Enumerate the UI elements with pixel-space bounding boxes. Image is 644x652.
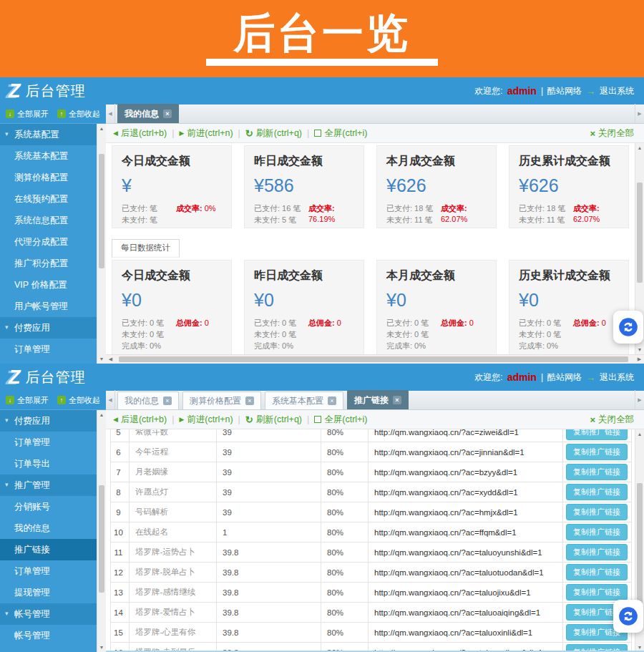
sidebar-item[interactable]: ▾ 订单管理: [0, 432, 97, 453]
scroll-down-icon[interactable]: ▼: [97, 356, 106, 361]
forward-button[interactable]: ▶ 前进(ctrl+n): [179, 414, 233, 426]
sidebar-item[interactable]: ▾ 提现管理: [0, 582, 97, 603]
site-name-link[interactable]: 酷站网络: [547, 85, 582, 97]
back-button[interactable]: ◀ 后退(ctrl+b): [113, 414, 167, 426]
copy-link-button[interactable]: 复制推广链接: [566, 564, 628, 580]
refresh-button[interactable]: ↻ 刷新(ctrl+q): [245, 414, 302, 426]
scroll-up-icon[interactable]: ▲: [635, 145, 644, 150]
expand-all-button[interactable]: ↓ 全部展开: [6, 395, 49, 406]
tab-close-icon[interactable]: ×: [328, 396, 336, 405]
sidebar-scrollbar[interactable]: ▲ ▼: [97, 410, 106, 652]
tab[interactable]: 推广链接 ×: [347, 390, 409, 409]
copy-link-button[interactable]: 复制推广链接: [566, 544, 628, 560]
sidebar-item[interactable]: ▾ 订单导出: [0, 453, 97, 475]
scroll-down-icon[interactable]: ▼: [635, 645, 644, 650]
separator: |: [172, 128, 174, 138]
scroll-up-icon[interactable]: ▲: [635, 432, 644, 437]
contact-float-button[interactable]: [613, 311, 643, 344]
sidebar-item[interactable]: ▾ 帐号管理: [0, 603, 97, 625]
sidebar-item[interactable]: ▾ 订单管理: [0, 339, 97, 360]
logout-button[interactable]: 退出系统: [600, 85, 634, 97]
scrollbar-thumb[interactable]: [119, 356, 628, 362]
close-all-button[interactable]: × 关闭全部: [590, 414, 634, 426]
copy-link-button[interactable]: 复制推广链接: [566, 464, 628, 480]
sidebar-item[interactable]: ▾ 付费应用: [0, 410, 97, 432]
tab-close-icon[interactable]: ×: [163, 396, 172, 405]
sidebar-item[interactable]: ▾ 帐号管理: [0, 625, 97, 646]
promo-url: http://qm.wangxiaoq.cn/?ac=hmjx&dl=1: [369, 502, 563, 522]
highlight-label: 总佣金:: [573, 318, 600, 327]
fullscreen-button[interactable]: 全屏(ctrl+i): [314, 414, 367, 426]
back-button[interactable]: ◀ 后退(ctrl+b): [113, 127, 167, 140]
sidebar-item[interactable]: ▾ 推广积分配置: [0, 253, 97, 274]
highlight-value: 62.07%: [573, 215, 600, 223]
highlight-label: 成交率:: [176, 204, 203, 213]
close-all-button[interactable]: × 关闭全部: [590, 127, 634, 140]
scroll-down-icon[interactable]: ▼: [97, 645, 106, 650]
tab-close-icon[interactable]: ×: [163, 110, 172, 118]
sidebar-item[interactable]: ▾ 分销账号: [0, 496, 97, 517]
copy-link-button[interactable]: 复制推广链接: [566, 429, 628, 440]
highlight-label: 成交率:: [573, 204, 600, 213]
tab-scroll-left-icon[interactable]: ◀: [106, 104, 115, 123]
scroll-right-icon[interactable]: ▶: [635, 355, 644, 364]
sidebar-item[interactable]: ▾ 订单管理: [0, 560, 97, 582]
tab[interactable]: 我的信息 ×: [117, 104, 179, 123]
expand-all-icon: ↓: [6, 396, 14, 404]
sidebar-item[interactable]: ▾ 推广管理: [0, 475, 97, 496]
horizontal-scrollbar[interactable]: ◀ ▶: [106, 354, 644, 364]
forward-label: 前进(ctrl+n): [187, 414, 233, 426]
sidebar-scrollbar[interactable]: ▲ ▼: [97, 124, 106, 364]
sidebar-item-label: 推广管理: [14, 480, 50, 490]
tab[interactable]: 测算价格配置 ×: [182, 391, 261, 409]
contact-float-button[interactable]: [613, 600, 643, 633]
tab[interactable]: 系统基本配置 ×: [265, 391, 343, 409]
copy-link-button[interactable]: 复制推广链接: [566, 584, 628, 600]
stat-line: 未支付: 0 笔: [254, 329, 308, 340]
sidebar-item[interactable]: ▾ 测算价格配置: [0, 167, 97, 188]
tab-close-icon[interactable]: ×: [245, 396, 254, 405]
forward-button[interactable]: ▶ 前进(ctrl+n): [179, 127, 233, 140]
scrollbar-thumb[interactable]: [637, 183, 643, 283]
collapse-all-icon: ↑: [57, 396, 66, 404]
scrollbar-thumb[interactable]: [637, 483, 643, 605]
stat-line: 未支付: 0 笔: [122, 329, 176, 340]
scrollbar-thumb[interactable]: [99, 485, 104, 593]
sidebar-item[interactable]: ▾ 付费应用: [0, 317, 97, 339]
scroll-down-icon[interactable]: ▼: [635, 347, 644, 352]
scroll-up-icon[interactable]: ▲: [97, 412, 106, 417]
scroll-left-icon[interactable]: ◀: [106, 355, 115, 364]
expand-all-button[interactable]: ↓ 全部展开: [6, 109, 49, 120]
copy-link-button[interactable]: 复制推广链接: [566, 504, 628, 520]
tab-close-icon[interactable]: ×: [393, 396, 401, 404]
tab-scroll-right-icon[interactable]: ▶: [635, 390, 644, 409]
logout-button[interactable]: 退出系统: [600, 371, 634, 384]
scrollbar-thumb[interactable]: [99, 154, 104, 268]
tab-scroll-left-icon[interactable]: ◀: [106, 390, 115, 409]
sidebar-item[interactable]: ▾ 用户帐号管理: [0, 296, 97, 317]
tab-scroll-right-icon[interactable]: ▶: [635, 104, 644, 123]
refresh-button[interactable]: ↻ 刷新(ctrl+q): [245, 127, 302, 140]
sidebar-item[interactable]: ▾ 系统基本配置: [0, 145, 97, 167]
fullscreen-button[interactable]: 全屏(ctrl+i): [314, 127, 367, 140]
site-name-link[interactable]: 酷站网络: [547, 371, 582, 384]
sidebar-item[interactable]: ▾ 我的信息: [0, 517, 97, 539]
card-amount: ¥0: [122, 290, 222, 311]
sidebar-item[interactable]: ▾ 推广链接: [0, 539, 97, 560]
scroll-up-icon[interactable]: ▲: [97, 126, 106, 131]
sidebar-item[interactable]: ▾ 代理分成配置: [0, 231, 97, 253]
sidebar-item[interactable]: ▾ VIP 价格配置: [0, 274, 97, 296]
collapse-all-button[interactable]: ↑ 全部收起: [57, 395, 100, 406]
tab[interactable]: 我的信息 ×: [117, 391, 179, 409]
copy-link-button[interactable]: 复制推广链接: [566, 444, 628, 460]
sidebar-item[interactable]: ▾ 在线预约配置: [0, 188, 97, 210]
sidebar-item[interactable]: ▾ 系统基配置: [0, 124, 97, 145]
copy-link-button[interactable]: 复制推广链接: [566, 524, 628, 540]
commission-percent: 80%: [321, 623, 369, 643]
stat-card: 昨日成交金额 ¥586 已支付: 16 笔 未支付: 5 笔 成交率:: [244, 145, 364, 228]
collapse-all-button[interactable]: ↑ 全部收起: [57, 109, 100, 120]
divider: |: [541, 372, 543, 382]
copy-link-button[interactable]: 复制推广链接: [566, 484, 628, 500]
daily-stats-tab[interactable]: 每日数据统计: [112, 239, 180, 258]
sidebar-item[interactable]: ▾ 系统信息配置: [0, 210, 97, 231]
